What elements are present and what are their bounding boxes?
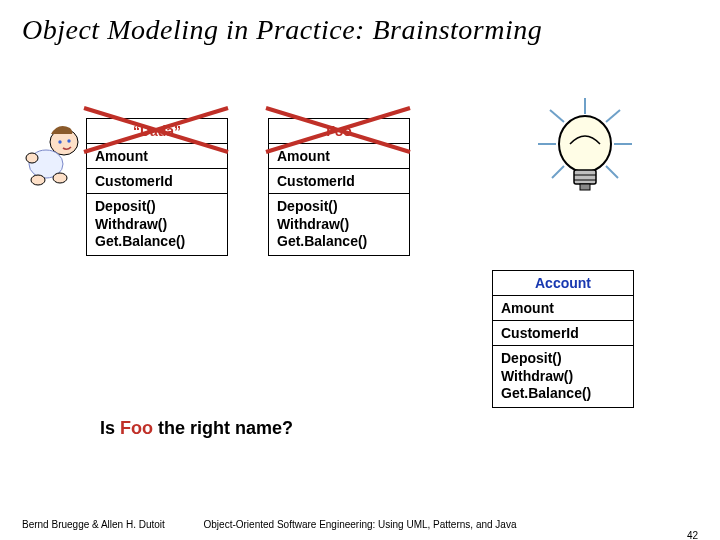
lightbulb-icon [530,92,640,212]
svg-point-5 [31,175,45,185]
class-op: Get.Balance() [277,233,401,251]
class-op: Withdraw() [501,368,625,386]
class-op: Withdraw() [95,216,219,234]
question-foo: Foo [120,418,153,438]
footer-left: Bernd Bruegge & Allen H. Dutoit [22,519,165,530]
baby-icon [18,118,88,188]
svg-point-4 [26,153,38,163]
uml-class-dada: “Dada” Amount CustomerId Deposit() Withd… [86,118,228,256]
class-methods: Deposit() Withdraw() Get.Balance() [493,345,633,407]
class-name: Account [493,271,633,295]
slide-footer: Bernd Bruegge & Allen H. Dutoit Object-O… [0,519,720,530]
svg-line-12 [552,166,564,178]
slide-title: Object Modeling in Practice: Brainstormi… [0,0,720,46]
class-attr: Amount [269,143,409,168]
question-suffix: the right name? [153,418,293,438]
question-text: Is Foo the right name? [100,418,293,439]
svg-point-1 [58,140,61,143]
svg-rect-15 [574,170,596,184]
class-attr: CustomerId [269,168,409,193]
class-attr: Amount [493,295,633,320]
class-methods: Deposit() Withdraw() Get.Balance() [269,193,409,255]
svg-point-2 [67,139,70,142]
class-op: Deposit() [501,350,625,368]
class-methods: Deposit() Withdraw() Get.Balance() [87,193,227,255]
uml-class-foo: Foo Amount CustomerId Deposit() Withdraw… [268,118,410,256]
svg-rect-18 [580,184,590,190]
class-name: Foo [269,119,409,143]
class-attr: CustomerId [87,168,227,193]
svg-line-9 [606,110,620,122]
class-op: Get.Balance() [501,385,625,403]
svg-line-8 [550,110,564,122]
class-op: Deposit() [95,198,219,216]
uml-class-account: Account Amount CustomerId Deposit() With… [492,270,634,408]
class-op: Withdraw() [277,216,401,234]
class-op: Get.Balance() [95,233,219,251]
class-attr: Amount [87,143,227,168]
footer-page-number: 42 [687,530,698,540]
svg-line-13 [606,166,618,178]
svg-point-14 [559,116,611,172]
class-name: “Dada” [87,119,227,143]
class-op: Deposit() [277,198,401,216]
question-prefix: Is [100,418,120,438]
class-attr: CustomerId [493,320,633,345]
svg-point-6 [53,173,67,183]
